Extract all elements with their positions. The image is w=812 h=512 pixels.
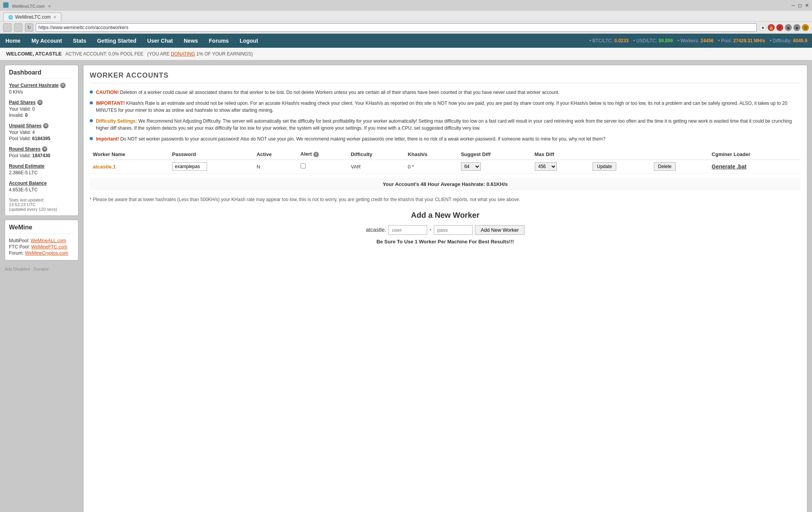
stats-updated: Stats last updated: 13:52:23 UTC (update… <box>9 198 74 212</box>
usd-ltc-value: $9.899 <box>659 38 673 43</box>
page-title: WORKER ACCOUNTS <box>90 71 801 83</box>
dashboard-title: Dashboard <box>9 69 74 79</box>
add-worker-title: Add a New Worker <box>90 211 801 220</box>
add-worker-username-input[interactable] <box>388 225 427 235</box>
hashrate-help-icon[interactable]: ? <box>60 83 66 88</box>
add-new-worker-btn[interactable]: Add New Worker <box>475 225 525 235</box>
round-estimate-value: 2.386E-5 LTC <box>9 170 74 176</box>
hashrate-label[interactable]: Your Current Hashrate ? <box>9 83 74 88</box>
paid-shares-label[interactable]: Paid Shares ? <box>9 100 74 105</box>
reload-btn[interactable]: ↻ <box>25 23 33 32</box>
important2-label: Important! <box>96 136 119 142</box>
worker-active-cell: N <box>254 160 297 174</box>
unpaid-shares-section: Unpaid Shares ? Your Valid: 4 Pool Valid… <box>9 123 74 142</box>
worker-alert-cell <box>297 160 348 174</box>
unpaid-shares-help-icon[interactable]: ? <box>43 123 49 128</box>
welcome-username: WELCOME, ATCASTLE <box>6 51 62 57</box>
tab-label: WeMineLTC.com <box>15 14 51 20</box>
worker-name-link[interactable]: atcastle.1 <box>93 164 116 170</box>
alert-help-icon[interactable]: ? <box>313 152 319 157</box>
worker-password-input[interactable] <box>172 162 207 171</box>
worker-alert-checkbox[interactable] <box>301 163 306 168</box>
col-update <box>589 149 650 160</box>
col-khash: Khash/s <box>405 149 458 160</box>
forum-link[interactable]: WeMineCryptos.com <box>25 250 68 256</box>
forward-btn[interactable]: → <box>14 23 23 32</box>
main-layout: Dashboard Your Current Hashrate ? 0 KH/s… <box>0 60 812 512</box>
usd-ltc-stat: • USD/LTC: $9.899 <box>633 38 673 43</box>
browser-tab[interactable]: 🌐 WeMineLTC.com ✕ <box>3 12 61 21</box>
toolbar-icons: ★ 🔒 P ■ ■ ☰ <box>759 24 809 31</box>
caution-label: CAUTION! <box>96 90 119 95</box>
account-balance-label[interactable]: Account Balance <box>9 181 74 186</box>
difficulty-label: Difficulty Settings: <box>96 118 137 124</box>
table-header-row: Worker Name Password Active Alert ? Diff… <box>90 149 801 160</box>
col-worker-name: Worker Name <box>90 149 169 160</box>
forum-row: Forum: WeMineCryptos.com <box>9 250 74 256</box>
col-alert: Alert ? <box>297 149 348 160</box>
dashboard-box: Dashboard Your Current Hashrate ? 0 KH/s… <box>5 65 78 216</box>
important1-text: KHash/s Rate is an estimate and should n… <box>96 101 787 113</box>
ftc-pool-row: FTC Pool: WeMineFTC.com <box>9 244 74 250</box>
round-estimate-label[interactable]: Round Estimate <box>9 163 74 169</box>
add-worker-prefix: atcastle. <box>366 227 386 233</box>
minimize-btn[interactable]: ─ <box>791 3 795 8</box>
round-shares-section: Round Shares ? Pool Valid: 1847430 <box>9 146 74 159</box>
nav-getting-started[interactable]: Getting Started <box>92 34 142 48</box>
main-content: WORKER ACCOUNTS CAUTION! Deletion of a w… <box>83 65 807 512</box>
unpaid-shares-label[interactable]: Unpaid Shares ? <box>9 123 74 128</box>
wemine-box: WeMine MultiPool: WeMineALL.com FTC Pool… <box>5 220 78 260</box>
worker-difficulty-cell: VAR <box>348 160 405 174</box>
pinterest-icon[interactable]: P <box>776 24 783 31</box>
bullet-icon2 <box>90 101 93 104</box>
multipool-link[interactable]: WeMineALL.com <box>31 238 66 243</box>
col-delete <box>651 149 709 160</box>
nav-stats[interactable]: Stats <box>68 34 92 48</box>
menu-icon[interactable]: ☰ <box>802 24 809 31</box>
extension-icon2[interactable]: ■ <box>793 24 800 31</box>
round-shares-label[interactable]: Round Shares ? <box>9 146 74 152</box>
bullet-icon3 <box>90 119 93 122</box>
worker-suggest-diff-select[interactable]: 32 64 128 256 512 <box>461 162 481 171</box>
unpaid-pool-valid-row: Pool Valid: 6184395 <box>9 135 74 142</box>
round-estimate-section: Round Estimate 2.386E-5 LTC <box>9 163 74 176</box>
hashrate-section: Your Current Hashrate ? 0 KH/s <box>9 83 74 95</box>
worker-name-cell: atcastle.1 <box>90 160 169 174</box>
paid-invalid-row: Invalid: 0 <box>9 112 74 118</box>
welcome-details: ACTIVE ACCOUNT: 0.0% POOL FEE <box>65 51 143 57</box>
maximize-btn[interactable]: ◻ <box>798 3 802 8</box>
col-cgminer: Cgminer Loader <box>709 149 801 160</box>
close-btn[interactable]: ✕ <box>805 3 809 8</box>
cgminer-generate-link[interactable]: Generate .bat <box>712 163 746 170</box>
donating-link[interactable]: DONATING <box>171 51 195 57</box>
add-worker-password-input[interactable] <box>434 225 473 235</box>
bookmark-icon[interactable]: ★ <box>759 24 766 31</box>
caution-text: Deletion of a worker could cause all ass… <box>120 90 560 95</box>
delete-btn[interactable]: Delete <box>654 162 676 171</box>
caution-item: CAUTION! Deletion of a worker could caus… <box>90 89 801 96</box>
nav-stats-bar: • BTC/LTC: 0.0233 • USD/LTC: $9.899 • Wo… <box>589 38 812 43</box>
col-difficulty: Difficulty <box>348 149 405 160</box>
nav-forums[interactable]: Forums <box>203 34 234 48</box>
extension-icon1[interactable]: ■ <box>785 24 792 31</box>
nav-user-chat[interactable]: User Chat <box>142 34 178 48</box>
back-btn[interactable]: ← <box>3 23 12 32</box>
sidebar: Dashboard Your Current Hashrate ? 0 KH/s… <box>5 65 78 512</box>
nav-logout[interactable]: Logout <box>234 34 263 48</box>
address-bar-input[interactable] <box>36 23 757 32</box>
ftc-pool-link[interactable]: WeMineFTC.com <box>31 244 67 250</box>
paid-shares-help-icon[interactable]: ? <box>37 100 43 105</box>
btc-ltc-value: 0.0233 <box>614 38 629 43</box>
update-btn[interactable]: Update <box>593 162 616 171</box>
security-icon: 🔒 <box>768 24 775 31</box>
nav-news[interactable]: News <box>178 34 203 48</box>
nav-my-account[interactable]: My Account <box>26 34 68 48</box>
nav-home[interactable]: Home <box>0 34 26 48</box>
round-shares-help-icon[interactable]: ? <box>42 146 47 152</box>
tab-close-btn[interactable]: ✕ <box>53 15 56 19</box>
welcome-bar: WELCOME, ATCASTLE ACTIVE ACCOUNT: 0.0% P… <box>0 48 812 60</box>
difficulty-value: 6049.9 <box>793 38 807 43</box>
info-list: CAUTION! Deletion of a worker could caus… <box>90 89 801 142</box>
site-nav: Home My Account Stats Getting Started Us… <box>0 34 812 48</box>
worker-max-diff-select[interactable]: 128 256 456 512 1024 <box>535 162 557 171</box>
